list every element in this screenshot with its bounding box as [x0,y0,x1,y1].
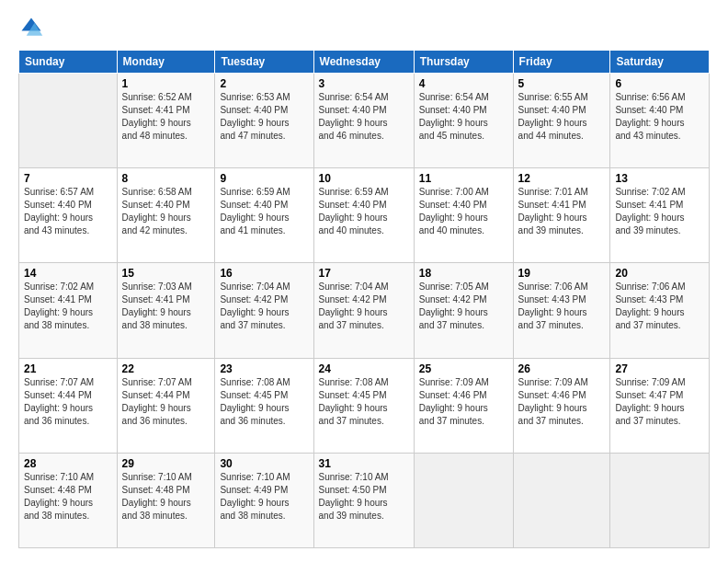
day-number: 5 [518,77,606,90]
day-number: 19 [518,267,606,280]
day-number: 9 [220,172,308,185]
logo-icon [18,15,44,40]
week-row-4: 21Sunrise: 7:07 AM Sunset: 4:44 PM Dayli… [19,358,710,453]
day-cell: 7Sunrise: 6:57 AM Sunset: 4:40 PM Daylig… [19,168,118,263]
weekday-header-monday: Monday [117,51,215,74]
day-cell: 24Sunrise: 7:08 AM Sunset: 4:45 PM Dayli… [313,358,414,453]
week-row-2: 7Sunrise: 6:57 AM Sunset: 4:40 PM Daylig… [19,168,710,263]
day-info: Sunrise: 7:06 AM Sunset: 4:43 PM Dayligh… [518,281,606,332]
day-number: 10 [319,172,409,185]
day-number: 13 [615,172,704,185]
day-cell: 11Sunrise: 7:00 AM Sunset: 4:40 PM Dayli… [414,168,513,263]
day-cell: 31Sunrise: 7:10 AM Sunset: 4:50 PM Dayli… [313,453,414,547]
day-info: Sunrise: 7:03 AM Sunset: 4:41 PM Dayligh… [122,281,210,332]
day-cell: 1Sunrise: 6:52 AM Sunset: 4:41 PM Daylig… [117,74,215,168]
day-cell: 26Sunrise: 7:09 AM Sunset: 4:46 PM Dayli… [513,358,610,453]
day-cell [610,453,710,547]
weekday-header-saturday: Saturday [610,51,710,74]
day-cell: 27Sunrise: 7:09 AM Sunset: 4:47 PM Dayli… [610,358,710,453]
weekday-header-sunday: Sunday [19,51,118,74]
day-info: Sunrise: 7:09 AM Sunset: 4:46 PM Dayligh… [419,376,508,428]
day-cell: 25Sunrise: 7:09 AM Sunset: 4:46 PM Dayli… [414,358,513,453]
day-number: 31 [319,457,409,470]
header [18,15,710,40]
weekday-header-thursday: Thursday [414,51,513,74]
logo [18,15,48,40]
day-number: 17 [319,267,409,280]
day-cell: 6Sunrise: 6:56 AM Sunset: 4:40 PM Daylig… [610,74,710,168]
day-number: 20 [615,267,704,280]
day-info: Sunrise: 7:04 AM Sunset: 4:42 PM Dayligh… [319,281,409,332]
page: SundayMondayTuesdayWednesdayThursdayFrid… [0,0,728,563]
weekday-header-wednesday: Wednesday [313,51,414,74]
day-info: Sunrise: 7:09 AM Sunset: 4:46 PM Dayligh… [518,376,606,428]
day-cell: 12Sunrise: 7:01 AM Sunset: 4:41 PM Dayli… [513,168,610,263]
day-info: Sunrise: 7:10 AM Sunset: 4:48 PM Dayligh… [24,471,112,523]
day-number: 24 [319,362,409,375]
day-number: 2 [220,77,308,90]
day-number: 30 [220,457,308,470]
day-number: 29 [122,457,210,470]
day-number: 1 [122,77,210,90]
day-info: Sunrise: 7:10 AM Sunset: 4:50 PM Dayligh… [319,471,409,523]
day-number: 14 [24,267,112,280]
day-cell: 28Sunrise: 7:10 AM Sunset: 4:48 PM Dayli… [19,453,118,547]
day-info: Sunrise: 6:55 AM Sunset: 4:40 PM Dayligh… [518,91,606,143]
day-info: Sunrise: 7:07 AM Sunset: 4:44 PM Dayligh… [122,376,210,428]
day-number: 25 [419,362,508,375]
day-number: 7 [24,172,112,185]
day-info: Sunrise: 6:56 AM Sunset: 4:40 PM Dayligh… [615,91,704,143]
day-info: Sunrise: 7:00 AM Sunset: 4:40 PM Dayligh… [419,186,508,237]
day-info: Sunrise: 6:59 AM Sunset: 4:40 PM Dayligh… [220,186,308,237]
weekday-header-friday: Friday [513,51,610,74]
day-info: Sunrise: 6:53 AM Sunset: 4:40 PM Dayligh… [220,91,308,143]
day-info: Sunrise: 7:04 AM Sunset: 4:42 PM Dayligh… [220,281,308,332]
day-number: 6 [615,77,704,90]
day-info: Sunrise: 7:02 AM Sunset: 4:41 PM Dayligh… [615,186,704,237]
week-row-3: 14Sunrise: 7:02 AM Sunset: 4:41 PM Dayli… [19,263,710,358]
day-number: 12 [518,172,606,185]
day-number: 16 [220,267,308,280]
day-number: 21 [24,362,112,375]
day-number: 15 [122,267,210,280]
day-number: 23 [220,362,308,375]
day-cell: 3Sunrise: 6:54 AM Sunset: 4:40 PM Daylig… [313,74,414,168]
day-info: Sunrise: 7:08 AM Sunset: 4:45 PM Dayligh… [319,376,409,428]
day-cell: 20Sunrise: 7:06 AM Sunset: 4:43 PM Dayli… [610,263,710,358]
day-cell: 2Sunrise: 6:53 AM Sunset: 4:40 PM Daylig… [215,74,313,168]
day-cell: 23Sunrise: 7:08 AM Sunset: 4:45 PM Dayli… [215,358,313,453]
week-row-1: 1Sunrise: 6:52 AM Sunset: 4:41 PM Daylig… [19,74,710,168]
day-cell: 17Sunrise: 7:04 AM Sunset: 4:42 PM Dayli… [313,263,414,358]
weekday-header-tuesday: Tuesday [215,51,313,74]
day-info: Sunrise: 7:08 AM Sunset: 4:45 PM Dayligh… [220,376,308,428]
day-number: 22 [122,362,210,375]
day-number: 28 [24,457,112,470]
day-cell: 8Sunrise: 6:58 AM Sunset: 4:40 PM Daylig… [117,168,215,263]
day-cell [513,453,610,547]
day-number: 26 [518,362,606,375]
day-info: Sunrise: 6:57 AM Sunset: 4:40 PM Dayligh… [24,186,112,237]
day-cell [414,453,513,547]
day-cell: 13Sunrise: 7:02 AM Sunset: 4:41 PM Dayli… [610,168,710,263]
day-info: Sunrise: 7:10 AM Sunset: 4:48 PM Dayligh… [122,471,210,523]
day-cell: 19Sunrise: 7:06 AM Sunset: 4:43 PM Dayli… [513,263,610,358]
day-number: 18 [419,267,508,280]
day-cell: 14Sunrise: 7:02 AM Sunset: 4:41 PM Dayli… [19,263,118,358]
day-cell: 18Sunrise: 7:05 AM Sunset: 4:42 PM Dayli… [414,263,513,358]
day-cell: 29Sunrise: 7:10 AM Sunset: 4:48 PM Dayli… [117,453,215,547]
day-number: 8 [122,172,210,185]
day-cell: 21Sunrise: 7:07 AM Sunset: 4:44 PM Dayli… [19,358,118,453]
day-cell: 5Sunrise: 6:55 AM Sunset: 4:40 PM Daylig… [513,74,610,168]
day-info: Sunrise: 7:09 AM Sunset: 4:47 PM Dayligh… [615,376,704,428]
day-cell: 22Sunrise: 7:07 AM Sunset: 4:44 PM Dayli… [117,358,215,453]
day-info: Sunrise: 7:01 AM Sunset: 4:41 PM Dayligh… [518,186,606,237]
day-number: 4 [419,77,508,90]
day-info: Sunrise: 7:07 AM Sunset: 4:44 PM Dayligh… [24,376,112,428]
day-info: Sunrise: 6:52 AM Sunset: 4:41 PM Dayligh… [122,91,210,143]
day-info: Sunrise: 6:54 AM Sunset: 4:40 PM Dayligh… [419,91,508,143]
weekday-header-row: SundayMondayTuesdayWednesdayThursdayFrid… [19,51,710,74]
day-cell: 16Sunrise: 7:04 AM Sunset: 4:42 PM Dayli… [215,263,313,358]
day-info: Sunrise: 7:05 AM Sunset: 4:42 PM Dayligh… [419,281,508,332]
day-info: Sunrise: 6:54 AM Sunset: 4:40 PM Dayligh… [319,91,409,143]
day-info: Sunrise: 6:59 AM Sunset: 4:40 PM Dayligh… [319,186,409,237]
